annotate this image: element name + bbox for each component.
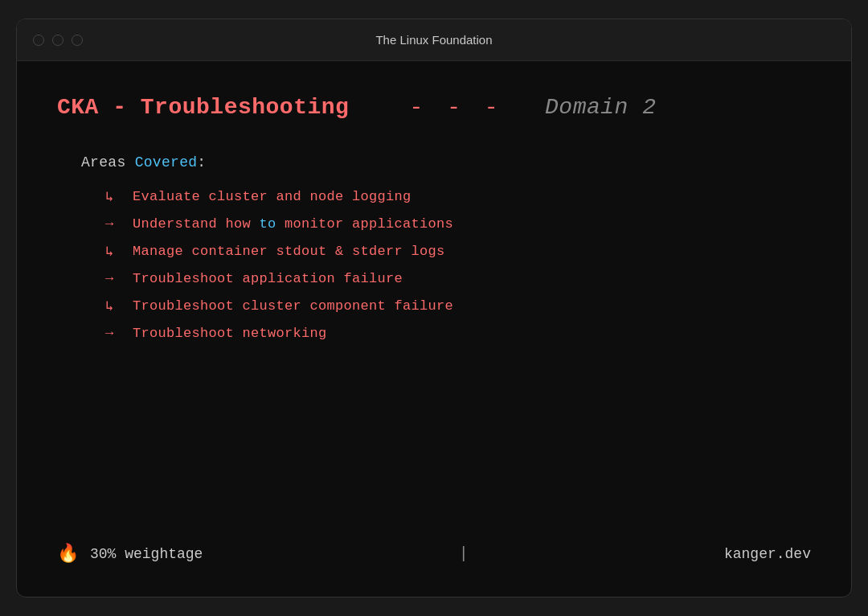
areas-prefix: Areas <box>81 154 135 170</box>
arrow-icon: ↳ <box>105 188 120 205</box>
heading-cka: CKA - Troubleshooting <box>57 95 349 120</box>
bullet-text: Manage container stdout & stderr logs <box>133 244 445 259</box>
bullet-text: Evaluate cluster and node logging <box>133 189 411 204</box>
titlebar: The Linux Foundation <box>17 19 851 61</box>
arrow-icon: ↳ <box>105 243 120 260</box>
terminal-window: The Linux Foundation CKA - Troubleshooti… <box>16 18 852 598</box>
heading-dash: - <box>410 95 424 120</box>
arrow-icon: → <box>105 271 120 286</box>
heading-dash-3: - <box>485 95 498 120</box>
areas-covered: Covered <box>135 154 198 170</box>
bullet-text: Understand how to monitor applications <box>133 216 453 232</box>
bullet-text: Troubleshoot networking <box>133 326 327 341</box>
list-item: ↳ Manage container stdout & stderr logs <box>105 243 811 260</box>
main-heading: CKA - Troubleshooting - - - Domain 2 <box>57 93 811 122</box>
areas-section: Areas Covered: ↳ Evaluate cluster and no… <box>57 154 811 341</box>
weightage-text: 30% weightage <box>90 546 203 562</box>
list-item: → Understand how to monitor applications <box>105 216 811 232</box>
traffic-lights <box>33 35 83 46</box>
arrow-icon: → <box>105 326 120 341</box>
heading-domain: Domain 2 <box>545 95 656 120</box>
highlight-to: to <box>260 216 276 232</box>
minimize-button[interactable] <box>52 35 63 46</box>
list-item: → Troubleshoot application failure <box>105 271 811 286</box>
footer-left: 🔥 30% weightage <box>57 543 203 565</box>
main-content: CKA - Troubleshooting - - - Domain 2 Are… <box>17 61 851 597</box>
close-button[interactable] <box>33 35 44 46</box>
list-item: ↳ Troubleshoot cluster component failure <box>105 298 811 314</box>
fire-icon: 🔥 <box>57 543 79 565</box>
arrow-icon: → <box>105 216 120 232</box>
bullet-list: ↳ Evaluate cluster and node logging → Un… <box>81 188 811 341</box>
areas-label: Areas Covered: <box>81 154 811 170</box>
footer: 🔥 30% weightage | kanger.dev <box>57 527 811 573</box>
heading-dash-2: - <box>447 95 461 120</box>
footer-site: kanger.dev <box>724 546 811 562</box>
arrow-icon: ↳ <box>105 298 120 314</box>
bullet-text: Troubleshoot application failure <box>133 271 403 286</box>
maximize-button[interactable] <box>72 35 83 46</box>
footer-divider: | <box>459 544 469 563</box>
areas-colon: : <box>197 154 206 170</box>
window-title: The Linux Foundation <box>375 33 492 47</box>
list-item: ↳ Evaluate cluster and node logging <box>105 188 811 205</box>
bullet-text: Troubleshoot cluster component failure <box>133 298 453 314</box>
list-item: → Troubleshoot networking <box>105 326 811 341</box>
